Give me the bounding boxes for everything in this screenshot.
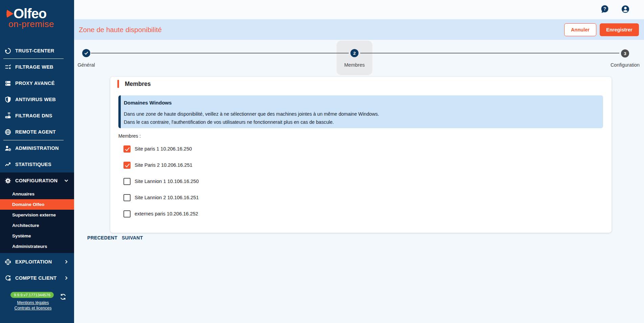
sidebar-item-label: FILTRAGE WEB (15, 64, 53, 70)
refresh-icon[interactable] (60, 293, 67, 302)
sidebar-item-label: ADMINISTRATION (15, 145, 59, 151)
trust-center-icon (4, 47, 12, 54)
notice-title: Domaines Windows (124, 100, 596, 106)
member-label[interactable]: externes paris 10.206.16.252 (135, 211, 198, 216)
svg-text:?: ? (603, 6, 606, 11)
server-icon (4, 80, 12, 87)
sidebar-item-label: TRUST-CENTER (15, 48, 54, 53)
accent-bar (117, 80, 119, 88)
help-icon[interactable]: ? (600, 5, 609, 14)
cancel-button[interactable]: Annuler (564, 23, 596, 36)
globe-icon (4, 129, 12, 136)
member-checkbox[interactable] (123, 210, 131, 217)
sidebar-item-filtrage-web[interactable]: FILTRAGE WEB (0, 59, 74, 75)
sidebar-item-trust-center[interactable]: TRUST-CENTER (0, 43, 74, 59)
topbar (74, 0, 644, 19)
sidebar-item-label: COMPTE CLIENT (15, 275, 56, 281)
next-button[interactable]: SUIVANT (122, 235, 143, 240)
step-connector (360, 53, 619, 53)
member-row: Site Lannion 1 10.106.16.250 (123, 178, 199, 185)
active-step-highlight (337, 41, 372, 75)
step-label: Général (77, 62, 95, 68)
contracts-link[interactable]: Contrats et licences (0, 306, 66, 310)
notice-line: Dans une zone de haute disponibilité, ve… (124, 110, 596, 118)
app-logo[interactable]: Olfeo on-premise (6, 7, 54, 29)
router-icon (4, 112, 12, 119)
sidebar-item-label: FILTRAGE DNS (15, 113, 52, 118)
step-connector (91, 53, 349, 53)
logo-wedge-icon (6, 8, 14, 19)
member-row: Site Lannion 2 10.106.16.251 (123, 194, 199, 201)
step-label: Membres (344, 62, 365, 68)
page-title: Zone de haute disponibilité (79, 19, 162, 40)
sidebar: Olfeo on-premise TRUST-CENTER FILTRAGE W… (0, 0, 74, 323)
sidebar-subitem-administrateurs[interactable]: Administrateurs (0, 241, 74, 252)
member-checkbox[interactable] (123, 162, 131, 169)
chevron-right-icon (63, 259, 69, 265)
sidebar-footer: 9.9.9.v7.1771344576 Mentions légales Con… (0, 292, 74, 310)
sidebar-item-antivirus-web[interactable]: ANTIVIRUS WEB (0, 91, 74, 108)
logo-edition: on-premise (8, 19, 54, 29)
member-checkbox[interactable] (123, 194, 131, 201)
member-checkbox[interactable] (123, 145, 131, 153)
sidebar-item-label: ANTIVIRUS WEB (15, 97, 56, 102)
sidebar-subitem-supervision-externe[interactable]: Supervision externe (0, 210, 74, 220)
sidebar-item-label: REMOTE AGENT (15, 129, 56, 135)
configuration-section: CONFIGURATION Annuaires Domaine Olfeo Su… (0, 172, 74, 253)
gear-icon (4, 177, 12, 184)
account-icon[interactable] (621, 5, 630, 14)
sidebar-item-remote-agent[interactable]: REMOTE AGENT (0, 124, 74, 140)
legal-link[interactable]: Mentions légales (0, 300, 66, 305)
sidebar-item-configuration[interactable]: CONFIGURATION (0, 172, 74, 189)
sidebar-item-exploitation[interactable]: EXPLOITATION (0, 254, 74, 270)
step-circle-pending: 3 (621, 49, 629, 57)
chevron-down-icon (63, 178, 69, 184)
chevron-right-icon (63, 275, 69, 281)
notice-line: Dans le cas contraire, l'authentificatio… (124, 118, 596, 126)
member-row: externes paris 10.206.16.252 (123, 210, 198, 217)
windows-domain-notice: Domaines Windows Dans une zone de haute … (118, 95, 603, 128)
section-title: Membres (125, 80, 151, 88)
user-gear-icon (4, 145, 12, 152)
trending-chart-icon (4, 161, 12, 168)
step-label: Configuration (611, 62, 640, 68)
member-label[interactable]: Site Paris 2 10.206.16.251 (135, 162, 192, 168)
sidebar-item-proxy-avance[interactable]: PROXY AVANCÉ (0, 75, 74, 91)
sidebar-subitem-architecture[interactable]: Architecture (0, 220, 74, 231)
sidebar-item-label: CONFIGURATION (15, 178, 58, 183)
sidebar-item-statistiques[interactable]: STATISTIQUES (0, 156, 74, 172)
member-label[interactable]: Site paris 1 10.206.16.250 (135, 146, 192, 152)
logo-name: Olfeo (14, 7, 46, 20)
titlebar: Zone de haute disponibilité Annuler Enre… (74, 19, 644, 40)
save-button[interactable]: Enregistrer (600, 23, 639, 36)
version-badge: 9.9.9.v7.1771344576 (10, 292, 54, 298)
step-circle-done (82, 49, 90, 57)
sidebar-item-compte-client[interactable]: COMPTE CLIENT (0, 270, 74, 286)
sidebar-subitem-systeme[interactable]: Système (0, 231, 74, 241)
members-panel: Membres Domaines Windows Dans une zone d… (110, 77, 612, 233)
member-label[interactable]: Site Lannion 1 10.106.16.250 (135, 179, 199, 184)
member-row: Site paris 1 10.206.16.250 (123, 145, 192, 153)
members-label: Membres : (118, 133, 141, 139)
health-cross-icon (4, 258, 12, 266)
sidebar-nav: TRUST-CENTER FILTRAGE WEB PROXY AVANCÉ A… (0, 43, 74, 286)
sidebar-item-label: EXPLOITATION (15, 259, 52, 264)
sidebar-item-label: PROXY AVANCÉ (15, 80, 55, 86)
step-circle-active: 2 (350, 49, 359, 57)
filter-list-icon (4, 64, 12, 71)
sidebar-item-filtrage-dns[interactable]: FILTRAGE DNS (0, 108, 74, 124)
previous-button[interactable]: PRECEDENT (87, 235, 117, 240)
account-sync-icon (4, 275, 12, 282)
section-head: Membres (117, 80, 151, 88)
member-checkbox[interactable] (123, 178, 131, 185)
member-label[interactable]: Site Lannion 2 10.106.16.251 (135, 195, 199, 200)
sidebar-item-label: STATISTIQUES (15, 162, 51, 167)
sidebar-subitem-annuaires[interactable]: Annuaires (0, 189, 74, 199)
member-row: Site Paris 2 10.206.16.251 (123, 161, 192, 169)
sidebar-item-administration[interactable]: ADMINISTRATION (0, 140, 74, 156)
sidebar-subitem-domaine-olfeo[interactable]: Domaine Olfeo (0, 199, 74, 210)
shield-icon (4, 96, 12, 103)
